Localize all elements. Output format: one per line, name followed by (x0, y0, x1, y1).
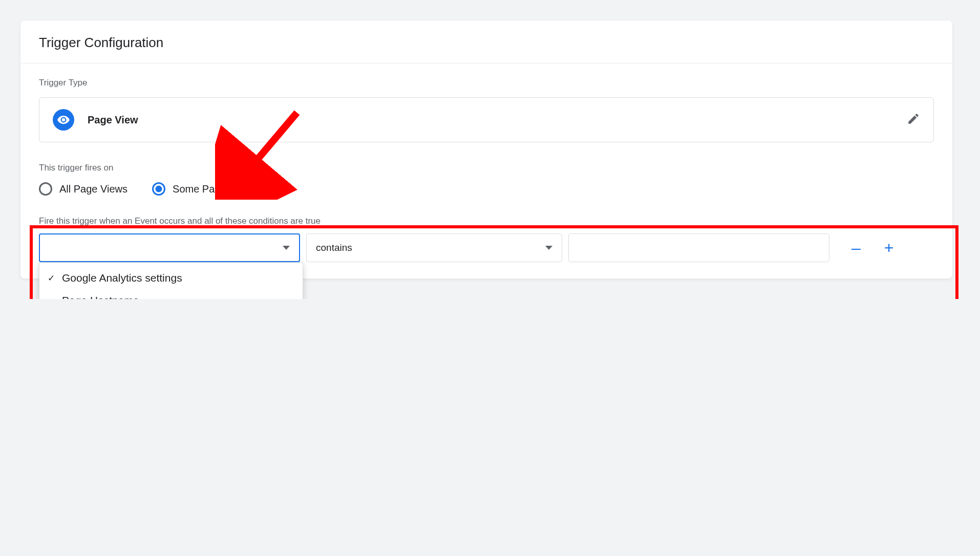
row-action-buttons: – + (845, 237, 900, 259)
trigger-type-name: Page View (88, 114, 138, 126)
radio-label: All Page Views (59, 183, 127, 195)
radio-indicator (39, 182, 52, 196)
dropdown-item-google-analytics-settings[interactable]: Google Analytics settings (39, 267, 303, 289)
operator-select-value: contains (316, 242, 352, 253)
fire-on-radio-group: All Page Views Some Page Views (39, 182, 934, 196)
radio-label: Some Page Views (173, 183, 256, 195)
chevron-down-icon (283, 246, 290, 250)
card-title: Trigger Configuration (39, 35, 934, 51)
trigger-config-card: Trigger Configuration Trigger Type Page … (20, 20, 952, 279)
variable-dropdown: Google Analytics settings Page Hostname … (39, 262, 303, 299)
add-condition-button[interactable]: + (878, 237, 900, 259)
card-header: Trigger Configuration (20, 20, 952, 63)
radio-some-page-views[interactable]: Some Page Views (152, 182, 256, 196)
remove-condition-button[interactable]: – (845, 237, 867, 259)
trigger-type-label: Trigger Type (39, 78, 934, 88)
conditions-label: Fire this trigger when an Event occurs a… (39, 216, 934, 226)
trigger-type-left: Page View (53, 109, 138, 131)
radio-indicator (152, 182, 165, 196)
conditions-section: Fire this trigger when an Event occurs a… (39, 216, 934, 262)
condition-row: Google Analytics settings Page Hostname … (39, 233, 934, 262)
operator-select[interactable]: contains (306, 233, 562, 262)
chevron-down-icon (545, 246, 552, 250)
radio-all-page-views[interactable]: All Page Views (39, 182, 127, 196)
pencil-icon[interactable] (907, 112, 920, 127)
trigger-type-box[interactable]: Page View (39, 97, 934, 142)
dropdown-item-page-hostname[interactable]: Page Hostname (39, 289, 303, 299)
card-body: Trigger Type Page View This trigger fire… (20, 63, 952, 279)
variable-select[interactable]: Google Analytics settings Page Hostname … (39, 233, 300, 262)
condition-value-input[interactable] (568, 233, 829, 262)
fire-on-label: This trigger fires on (39, 163, 934, 173)
eye-icon (53, 109, 74, 131)
